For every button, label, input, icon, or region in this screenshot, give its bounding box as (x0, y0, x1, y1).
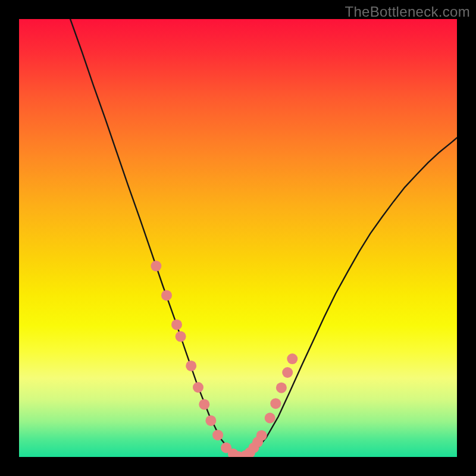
marker-point (193, 382, 203, 393)
marker-point (186, 361, 196, 371)
marker-point (276, 383, 287, 393)
curve-svg (19, 19, 457, 457)
watermark-text: TheBottleneck.com (345, 4, 470, 20)
curve-markers (151, 261, 298, 457)
marker-point (161, 290, 172, 300)
chart-frame: TheBottleneck.com (0, 0, 476, 476)
marker-point (282, 367, 293, 378)
marker-point (151, 261, 161, 271)
marker-point (270, 398, 281, 409)
marker-point (265, 413, 275, 424)
curve-line (70, 19, 457, 457)
marker-point (205, 415, 216, 426)
marker-point (287, 353, 298, 364)
plot-area (19, 19, 457, 457)
marker-point (199, 399, 209, 410)
marker-point (171, 320, 182, 330)
marker-point (212, 430, 223, 440)
marker-point (256, 430, 267, 441)
marker-point (176, 331, 186, 342)
